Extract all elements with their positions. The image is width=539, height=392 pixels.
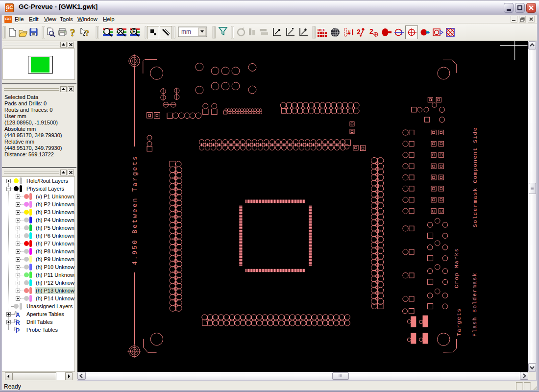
svg-text:Targets: Targets bbox=[456, 308, 462, 336]
svg-text:4.950 Between Targets: 4.950 Between Targets bbox=[131, 155, 139, 265]
svg-text:Crop Marks: Crop Marks bbox=[454, 248, 460, 288]
svg-text:REF: REF bbox=[318, 28, 325, 32]
svg-text:2: 2 bbox=[357, 28, 361, 36]
svg-text:mm: mm bbox=[181, 28, 191, 35]
svg-text:2: 2 bbox=[369, 27, 373, 35]
svg-text:E: E bbox=[132, 29, 136, 34]
svg-text:Soldermask Component Side: Soldermask Component Side bbox=[472, 127, 478, 227]
svg-text:?: ? bbox=[85, 29, 89, 37]
svg-text:?: ? bbox=[70, 27, 75, 39]
svg-text:Flash Soldermask: Flash Soldermask bbox=[472, 272, 478, 337]
svg-text:#: # bbox=[347, 29, 351, 36]
